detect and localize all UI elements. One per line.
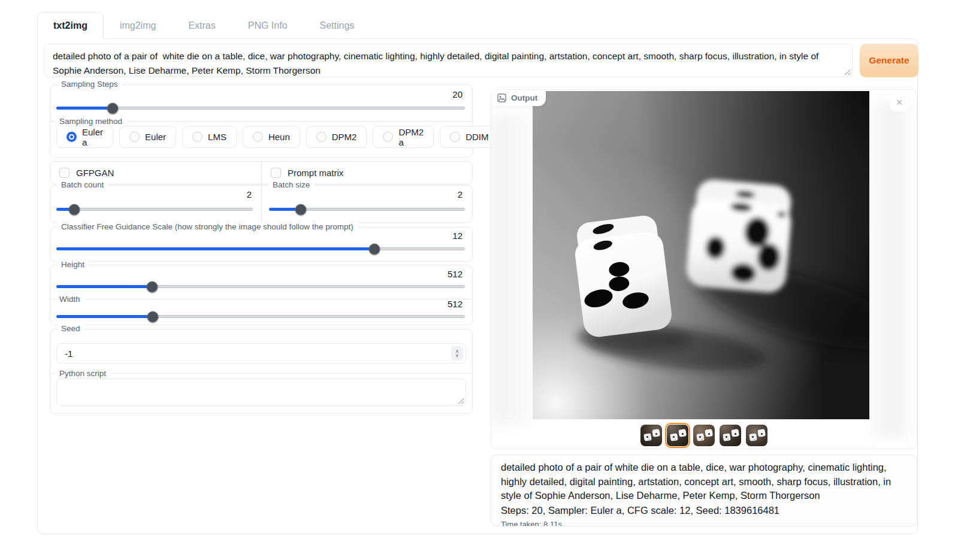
slider-thumb[interactable] [107, 102, 119, 114]
sampler-option-label: DPM2 [332, 132, 357, 142]
batch-count-cell: Batch count 2 [50, 186, 261, 222]
thumbnail-5[interactable] [746, 425, 767, 446]
cfg-label: Classifier Free Guidance Scale (how stro… [57, 222, 358, 231]
cfg-slider[interactable] [56, 247, 465, 250]
radio-indicator [192, 132, 203, 142]
close-icon[interactable]: ✕ [890, 93, 908, 111]
height-value: 512 [448, 269, 463, 279]
slider-fill [56, 285, 152, 288]
sampling-panel: Sampling Steps 20 Sampling method Euler … [50, 84, 473, 158]
seed-input[interactable] [56, 343, 466, 364]
sampler-option-euler[interactable]: Euler [119, 126, 176, 148]
python-script-input[interactable] [56, 379, 466, 406]
prompt-matrix-label: Prompt matrix [288, 168, 343, 178]
batch-count-slider[interactable] [56, 208, 253, 211]
slider-thumb[interactable] [69, 204, 80, 215]
slider-fill [56, 315, 152, 318]
stepper-down-icon[interactable]: ∨ [455, 353, 459, 358]
tab-content: detailed photo of a pair of white die on… [37, 38, 918, 534]
gallery-backdrop [491, 114, 532, 425]
sampling-method-label-row: Sampling method [50, 117, 472, 126]
gallery-backdrop [869, 102, 917, 437]
options-panel: GFPGAN Prompt matrix [50, 161, 473, 184]
batch-count-value: 2 [247, 189, 252, 199]
tab-img2img[interactable]: img2img [104, 12, 172, 39]
width-value: 512 [448, 299, 463, 309]
cfg-panel: Classifier Free Guidance Scale (how stro… [50, 227, 473, 262]
thumbnail-2[interactable] [667, 425, 688, 446]
sampler-option-heun[interactable]: Heun [243, 126, 300, 148]
slider-fill [56, 107, 112, 110]
slider-thumb[interactable] [147, 311, 158, 322]
radio-indicator [67, 132, 77, 142]
sampling-steps-label: Sampling Steps [57, 80, 122, 89]
slider-fill [56, 247, 374, 250]
seed-field-wrap: ∧∨ [56, 343, 466, 364]
sampler-option-euler-a[interactable]: Euler a [56, 126, 113, 148]
slider-thumb[interactable] [147, 281, 158, 292]
prompt-input[interactable]: detailed photo of a pair of white die on… [44, 44, 853, 77]
sampler-option-label: Heun [268, 132, 290, 142]
sampling-method-group: Euler a Euler LMS Heun DPM2 DPM2 a DDIM … [56, 126, 565, 148]
tab-txt2img[interactable]: txt2img [37, 12, 104, 39]
sampling-steps-slider[interactable] [56, 107, 465, 110]
thumbnail-strip [491, 425, 917, 446]
output-image[interactable] [533, 91, 869, 419]
sampler-option-label: Euler [145, 132, 166, 142]
generate-button[interactable]: Generate [860, 44, 918, 77]
height-slider[interactable] [56, 285, 465, 288]
radio-indicator [253, 132, 263, 142]
python-script-label-row: Python script [50, 369, 472, 378]
caption-prompt: detailed photo of a pair of white die on… [501, 461, 907, 503]
radio-indicator [316, 132, 327, 142]
prompt-field-wrap: detailed photo of a pair of white die on… [44, 44, 853, 77]
batch-count-label: Batch count [57, 180, 108, 189]
gfpgan-label: GFPGAN [76, 168, 114, 178]
batch-size-value: 2 [458, 189, 463, 199]
width-slider[interactable] [56, 315, 465, 318]
width-label-row: Width [50, 295, 472, 304]
tab-bar: txt2img img2img Extras PNG Info Settings [37, 12, 370, 39]
tab-extras[interactable]: Extras [172, 12, 231, 39]
radio-indicator [129, 132, 140, 142]
sampler-option-dpm2[interactable]: DPM2 [306, 126, 367, 148]
sampler-option-label: DDIM [466, 132, 488, 142]
dice-photo [533, 91, 869, 419]
sampler-option-lms[interactable]: LMS [182, 126, 237, 148]
gfpgan-checkbox[interactable] [59, 168, 69, 178]
sampler-option-label: LMS [208, 132, 226, 142]
seed-script-panel: Seed ∧∨ Python script [50, 329, 473, 414]
sampler-option-ddim[interactable]: DDIM [440, 126, 498, 148]
dimensions-panel: Height 512 Width 512 [50, 265, 473, 325]
thumbnail-3[interactable] [693, 425, 715, 446]
python-script-label: Python script [59, 369, 106, 378]
tab-png-info[interactable]: PNG Info [232, 12, 304, 39]
sampler-option-label: DPM2 a [398, 127, 424, 147]
output-gallery [491, 89, 917, 449]
output-label: Output [511, 93, 537, 102]
sampling-steps-value: 20 [452, 89, 463, 99]
python-script-wrap [56, 379, 466, 406]
batch-size-slider[interactable] [269, 208, 465, 211]
batch-size-label: Batch size [268, 180, 314, 189]
app-window: txt2img img2img Extras PNG Info Settings… [0, 0, 955, 560]
image-icon [497, 93, 506, 102]
sampler-option-dpm2-a[interactable]: DPM2 a [373, 126, 434, 148]
seed-stepper[interactable]: ∧∨ [451, 346, 463, 361]
radio-indicator [383, 132, 393, 142]
sampler-option-label: Euler a [82, 127, 103, 147]
batch-panel: Batch count 2 Batch size 2 [50, 185, 473, 223]
slider-thumb[interactable] [369, 243, 380, 255]
thumbnail-4[interactable] [720, 425, 741, 446]
thumbnail-1[interactable] [640, 425, 662, 446]
caption-time: Time taken: 8.11s [501, 520, 907, 526]
generation-info-box: detailed photo of a pair of white die on… [491, 455, 917, 526]
seed-label: Seed [57, 324, 84, 333]
slider-thumb[interactable] [295, 204, 307, 215]
output-label-chip: Output [491, 90, 546, 106]
prompt-matrix-checkbox[interactable] [271, 168, 281, 178]
caption-params: Steps: 20, Sampler: Euler a, CFG scale: … [501, 504, 907, 517]
tab-settings[interactable]: Settings [304, 12, 371, 39]
sampling-method-label: Sampling method [59, 117, 122, 126]
width-label: Width [59, 295, 80, 304]
